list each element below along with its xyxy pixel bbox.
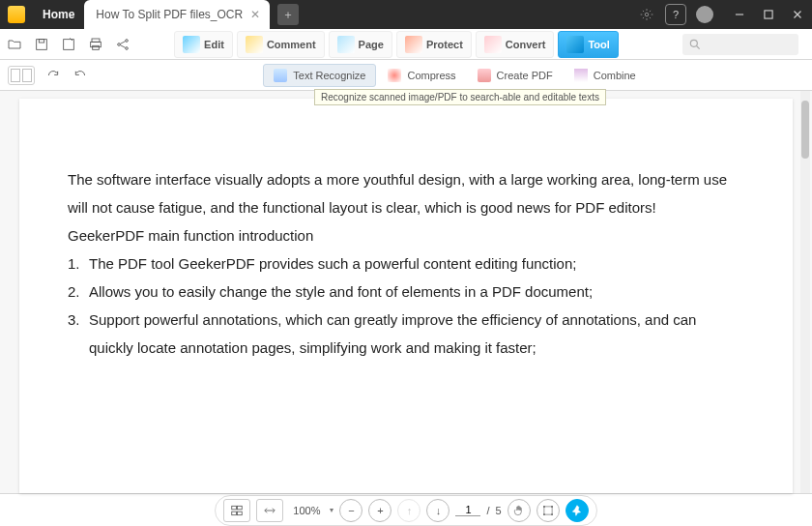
list-item: 2. Allows you to easily change the style…	[68, 278, 744, 307]
svg-rect-20	[232, 511, 237, 515]
tool-compress[interactable]: Compress	[378, 65, 465, 86]
ribbon-tool-label: Tool	[588, 39, 609, 50]
user-avatar-icon[interactable]	[696, 6, 713, 23]
svg-point-12	[126, 39, 129, 42]
vertical-scrollbar[interactable]	[800, 91, 810, 493]
tab-home[interactable]: Home	[33, 2, 84, 27]
view-mode-fit[interactable]	[256, 499, 283, 522]
next-page-button[interactable]: ↓	[426, 499, 450, 522]
ribbon-convert[interactable]: Convert	[476, 31, 555, 58]
svg-rect-7	[64, 39, 74, 49]
minimize-button[interactable]	[725, 0, 754, 29]
settings-icon[interactable]	[632, 0, 661, 29]
bottom-toolbar: 100% ▾ − + ↑ ↓ / 5	[0, 493, 812, 526]
hand-tool-button[interactable]	[508, 499, 531, 522]
tool-compress-label: Compress	[407, 70, 455, 81]
document-viewport[interactable]: The software interface visually adopts a…	[0, 91, 812, 493]
tool-text-recognize-label: Text Recognize	[293, 70, 365, 81]
ribbon-page[interactable]: Page	[329, 31, 392, 58]
save-icon[interactable]	[33, 36, 50, 53]
undo-icon[interactable]	[70, 65, 91, 86]
zoom-dropdown-icon[interactable]: ▾	[330, 506, 334, 514]
compress-icon	[388, 69, 401, 82]
close-button[interactable]	[783, 0, 812, 29]
share-icon[interactable]	[114, 36, 131, 53]
svg-point-11	[118, 43, 121, 45]
tool-text-recognize[interactable]: Text Recognize	[263, 64, 376, 87]
ribbon-comment[interactable]: Comment	[237, 31, 325, 58]
ribbon-tool[interactable]: Tool	[558, 31, 618, 58]
svg-rect-19	[238, 506, 243, 510]
page-number-input[interactable]	[455, 504, 480, 516]
svg-point-13	[126, 46, 129, 49]
tool-create-pdf-label: Create PDF	[497, 70, 553, 81]
combine-icon	[574, 69, 588, 82]
list-item-number: 2.	[68, 278, 89, 307]
svg-rect-8	[92, 39, 100, 42]
tab-document-title: How To Split PDF files_OCR	[96, 8, 243, 21]
zoom-out-button[interactable]: −	[339, 499, 362, 522]
tab-close-icon[interactable]: ✕	[250, 8, 260, 21]
list-item-text: Allows you to easily change the style an…	[89, 278, 744, 307]
ribbon-protect-label: Protect	[426, 39, 463, 50]
list-item-text: The PDF tool GeekerPDF provides such a p…	[89, 250, 744, 278]
page-sep: /	[486, 505, 489, 516]
svg-rect-23	[544, 506, 552, 513]
zoom-level[interactable]: 100%	[289, 505, 324, 516]
svg-point-16	[690, 40, 697, 46]
pin-toolbar-button[interactable]	[566, 499, 589, 522]
svg-line-15	[120, 44, 125, 47]
help-icon[interactable]: ?	[665, 4, 686, 25]
svg-rect-6	[39, 39, 44, 42]
maximize-button[interactable]	[754, 0, 783, 29]
document-paragraph: The software interface visually adopts a…	[68, 166, 744, 222]
ribbon-comment-label: Comment	[267, 39, 316, 50]
tab-document[interactable]: How To Split PDF files_OCR ✕	[84, 0, 270, 29]
text-recognize-icon	[274, 69, 287, 82]
prev-page-button[interactable]: ↑	[397, 499, 420, 522]
svg-line-14	[120, 41, 125, 44]
list-item: 3. Support powerful annotations, which c…	[68, 307, 744, 363]
tool-combine-label: Combine	[594, 70, 636, 81]
tool-create-pdf[interactable]: Create PDF	[468, 65, 563, 86]
app-icon	[8, 6, 25, 23]
svg-point-27	[551, 513, 553, 515]
svg-point-0	[645, 13, 649, 16]
ribbon-protect[interactable]: Protect	[396, 31, 472, 58]
select-tool-button[interactable]	[536, 499, 560, 522]
list-item: 1. The PDF tool GeekerPDF provides such …	[68, 250, 744, 278]
svg-point-24	[543, 506, 545, 508]
panel-toggle[interactable]	[8, 66, 35, 85]
svg-rect-2	[765, 11, 772, 18]
zoom-in-button[interactable]: +	[368, 499, 392, 522]
list-item-text: Support powerful annotations, which can …	[89, 307, 744, 363]
ribbon-convert-label: Convert	[506, 39, 546, 50]
svg-rect-5	[37, 39, 47, 49]
view-mode-thumbnails[interactable]	[223, 499, 250, 522]
tooltip: Recognize scanned image/PDF to search-ab…	[314, 89, 606, 105]
ribbon-edit[interactable]: Edit	[174, 31, 233, 58]
create-pdf-icon	[478, 69, 491, 82]
tool-combine[interactable]: Combine	[565, 65, 646, 86]
list-item-number: 3.	[68, 307, 89, 363]
new-tab-button[interactable]: ＋	[277, 4, 299, 25]
ribbon-page-label: Page	[359, 39, 384, 50]
titlebar: Home How To Split PDF files_OCR ✕ ＋ ?	[0, 0, 812, 29]
print-icon[interactable]	[87, 36, 104, 53]
open-icon[interactable]	[6, 36, 23, 53]
save-as-icon[interactable]	[60, 36, 77, 53]
ribbon-edit-label: Edit	[204, 39, 224, 50]
page-total: 5	[496, 505, 502, 516]
ribbon-tabs: Edit Comment Page Protect Convert Tool	[172, 31, 621, 58]
svg-rect-18	[232, 506, 237, 510]
svg-point-26	[543, 513, 545, 515]
redo-icon[interactable]	[43, 65, 64, 86]
svg-rect-10	[93, 45, 100, 49]
search-input[interactable]	[682, 34, 798, 55]
scrollbar-thumb[interactable]	[801, 101, 809, 159]
secondary-toolbar: Text Recognize Compress Create PDF Combi…	[0, 60, 812, 91]
document-heading: GeekerPDF main function introduction	[68, 222, 744, 250]
list-item-number: 1.	[68, 250, 89, 278]
svg-line-17	[697, 45, 700, 48]
svg-point-25	[551, 506, 553, 508]
